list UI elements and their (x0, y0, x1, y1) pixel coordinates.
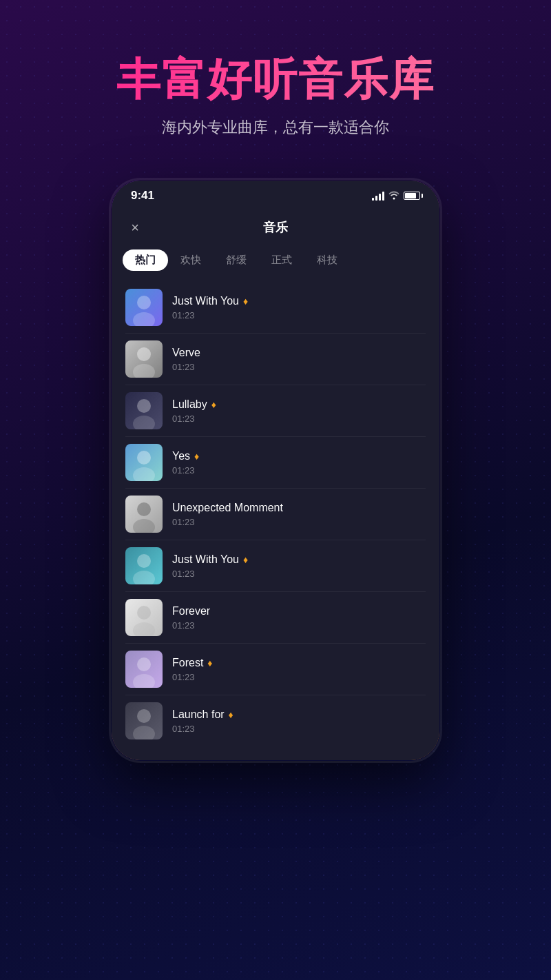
list-item[interactable]: Launch for ♦ 01:23 (112, 695, 439, 746)
song-name: Just With You (172, 553, 239, 566)
song-info: Just With You ♦ 01:23 (172, 295, 426, 320)
page-wrapper: 丰富好听音乐库 海内外专业曲库，总有一款适合你 9:41 (0, 0, 551, 762)
song-cover (125, 547, 163, 584)
song-duration: 01:23 (172, 310, 426, 320)
song-cover (125, 496, 163, 533)
svg-point-16 (137, 709, 151, 723)
song-name: Unexpected Momment (172, 502, 283, 514)
song-cover (125, 392, 163, 429)
song-name: Yes (172, 450, 190, 462)
song-name: Lullaby (172, 398, 207, 411)
svg-point-13 (133, 622, 155, 636)
song-name-row: Unexpected Momment (172, 502, 426, 514)
svg-point-11 (133, 571, 155, 584)
song-duration: 01:23 (172, 465, 426, 476)
vip-icon: ♦ (207, 657, 212, 668)
vip-icon: ♦ (243, 296, 248, 307)
song-info: Just With You ♦ 01:23 (172, 553, 426, 579)
song-name: Just With You (172, 295, 239, 307)
song-name-row: Verve (172, 347, 426, 359)
svg-point-6 (137, 451, 151, 465)
song-name-row: Lullaby ♦ (172, 398, 426, 411)
song-cover (125, 289, 163, 326)
status-icons (372, 190, 420, 202)
song-name: Launch for (172, 708, 225, 721)
tab-tech[interactable]: 科技 (304, 249, 350, 271)
svg-point-5 (133, 416, 155, 429)
song-duration: 01:23 (172, 517, 426, 527)
list-item[interactable]: Lullaby ♦ 01:23 (112, 385, 439, 436)
tab-soothe[interactable]: 舒缓 (214, 249, 259, 271)
song-duration: 01:23 (172, 569, 426, 579)
svg-point-15 (133, 674, 155, 688)
song-duration: 01:23 (172, 724, 426, 734)
song-list: Just With You ♦ 01:23 (112, 279, 439, 760)
song-info: Unexpected Momment 01:23 (172, 502, 426, 527)
list-item[interactable]: Verve 01:23 (112, 334, 439, 385)
svg-point-14 (137, 657, 151, 671)
category-tabs: 热门 欢快 舒缓 正式 科技 (112, 247, 439, 279)
status-time: 9:41 (131, 189, 154, 203)
hero-title: 丰富好听音乐库 (116, 55, 435, 103)
song-duration: 01:23 (172, 672, 426, 682)
list-item[interactable]: Just With You ♦ 01:23 (112, 540, 439, 591)
song-info: Forest ♦ 01:23 (172, 657, 426, 682)
song-name-row: Just With You ♦ (172, 295, 426, 307)
vip-icon: ♦ (211, 399, 216, 410)
song-info: Launch for ♦ 01:23 (172, 708, 426, 734)
svg-point-2 (137, 347, 151, 361)
svg-point-10 (137, 554, 151, 568)
song-info: Yes ♦ 01:23 (172, 450, 426, 476)
list-item[interactable]: Unexpected Momment 01:23 (112, 489, 439, 540)
panel-header: × 音乐 (112, 208, 439, 247)
music-panel: × 音乐 热门 欢快 舒缓 正式 科技 (112, 208, 439, 760)
song-info: Lullaby ♦ 01:23 (172, 398, 426, 424)
song-cover (125, 444, 163, 481)
hero-subtitle: 海内外专业曲库，总有一款适合你 (162, 117, 389, 138)
song-name: Verve (172, 347, 200, 359)
svg-point-1 (133, 312, 155, 326)
song-cover (125, 340, 163, 378)
svg-point-12 (137, 606, 151, 620)
song-duration: 01:23 (172, 414, 426, 424)
song-info: Forever 01:23 (172, 605, 426, 631)
close-button[interactable]: × (125, 218, 145, 237)
svg-point-3 (133, 364, 155, 378)
song-duration: 01:23 (172, 362, 426, 372)
list-item[interactable]: Forever 01:23 (112, 592, 439, 643)
vip-icon: ♦ (194, 451, 199, 462)
song-name: Forever (172, 605, 210, 617)
list-item[interactable]: Yes ♦ 01:23 (112, 437, 439, 488)
song-cover (125, 599, 163, 636)
song-name: Forest (172, 657, 203, 669)
song-info: Verve 01:23 (172, 347, 426, 372)
tab-happy[interactable]: 欢快 (168, 249, 214, 271)
song-name-row: Just With You ♦ (172, 553, 426, 566)
vip-icon: ♦ (243, 554, 248, 565)
panel-title: 音乐 (263, 219, 288, 236)
svg-point-4 (137, 399, 151, 413)
song-name-row: Launch for ♦ (172, 708, 426, 721)
song-cover (125, 651, 163, 688)
wifi-icon (388, 190, 399, 202)
list-item[interactable]: Just With You ♦ 01:23 (112, 282, 439, 333)
song-cover (125, 702, 163, 739)
vip-icon: ♦ (229, 709, 233, 720)
svg-point-9 (133, 519, 155, 533)
svg-point-17 (133, 726, 155, 739)
song-name-row: Forever (172, 605, 426, 617)
song-name-row: Forest ♦ (172, 657, 426, 669)
song-duration: 01:23 (172, 620, 426, 631)
tab-formal[interactable]: 正式 (259, 249, 304, 271)
tab-hot[interactable]: 热门 (123, 249, 168, 271)
svg-point-8 (137, 502, 151, 516)
status-bar: 9:41 (112, 181, 439, 208)
song-name-row: Yes ♦ (172, 450, 426, 462)
battery-icon (404, 192, 420, 200)
list-item[interactable]: Forest ♦ 01:23 (112, 644, 439, 695)
signal-icon (372, 191, 384, 201)
svg-point-0 (137, 296, 151, 309)
phone-frame: 9:41 (110, 179, 441, 762)
svg-point-7 (133, 467, 155, 481)
